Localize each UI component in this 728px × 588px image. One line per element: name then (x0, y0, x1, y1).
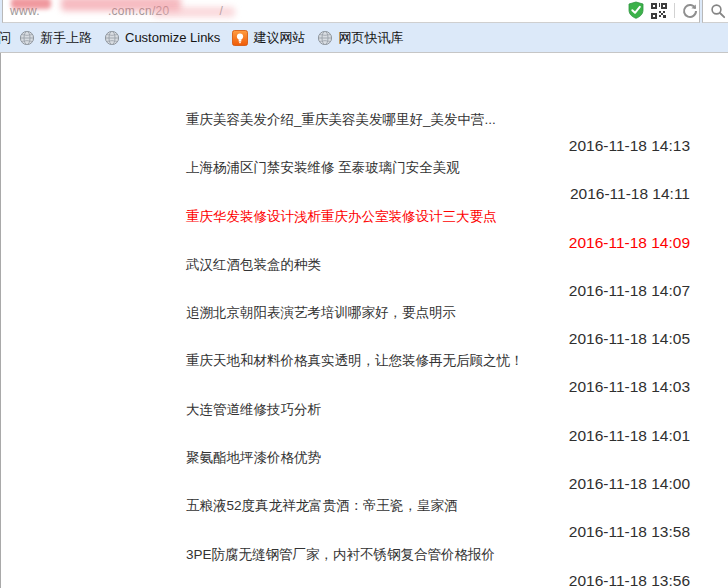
article-row: 上海杨浦区门禁安装维修 至泰玻璃门安全美观 2016-11-18 14:11 (186, 159, 690, 207)
article-timestamp: 2016-11-18 13:58 (569, 523, 690, 541)
article-row: 聚氨酯地坪漆价格优势 2016-11-18 14:00 (186, 449, 690, 497)
favorites-clipped-label[interactable]: 问 (0, 29, 11, 47)
favorite-label: Customize Links (125, 30, 220, 45)
article-title-link[interactable]: 大连管道维修技巧分析 (186, 401, 321, 419)
page-content: 重庆美容美发介绍_重庆美容美发哪里好_美发中营... 2016-11-18 14… (0, 53, 728, 588)
article-title-link[interactable]: 武汉红酒包装盒的种类 (186, 256, 321, 274)
article-list: 重庆美容美发介绍_重庆美容美发哪里好_美发中营... 2016-11-18 14… (186, 111, 690, 588)
article-row: 五粮液52度真龙祥龙富贵酒：帝王瓷，皇家酒 2016-11-18 13:58 (186, 497, 690, 545)
article-row: 重庆华发装修设计浅析重庆办公室装修设计三大要点 2016-11-18 14:09 (186, 208, 690, 256)
favorite-item-suggested-sites[interactable]: 建议网站 (232, 29, 305, 47)
article-row: 大连管道维修技巧分析 2016-11-18 14:01 (186, 401, 690, 449)
article-timestamp: 2016-11-18 14:00 (569, 475, 690, 493)
favorites-bar: 问 新手上路 Customize Links (0, 23, 728, 53)
article-title-link[interactable]: 聚氨酯地坪漆价格优势 (186, 449, 321, 467)
article-title-link[interactable]: 重庆天地和材料价格真实透明，让您装修再无后顾之忧！ (186, 352, 524, 370)
article-timestamp: 2016-11-18 13:56 (569, 572, 690, 588)
article-timestamp: 2016-11-18 14:07 (569, 282, 690, 300)
url-fragment: www. (10, 4, 40, 18)
url-fragment: .com.cn/20 (108, 4, 170, 18)
refresh-icon[interactable] (682, 3, 698, 19)
article-row: 追溯北京朝阳表演艺考培训哪家好，要点明示 2016-11-18 14:05 (186, 304, 690, 352)
url-fragment: / (220, 4, 224, 18)
qr-code-icon[interactable] (651, 3, 667, 19)
article-title-link[interactable]: 重庆美容美发介绍_重庆美容美发哪里好_美发中营... (186, 111, 496, 129)
article-title-link[interactable]: 上海杨浦区门禁安装维修 至泰玻璃门安全美观 (186, 159, 460, 177)
globe-icon (317, 30, 333, 46)
article-timestamp: 2016-11-18 14:03 (569, 378, 690, 396)
browser-window: { "browser": { "url": { "visible_prefix"… (0, 0, 728, 588)
address-bar-row: www. .com.cn/20 / (0, 0, 728, 23)
favorite-label: 新手上路 (40, 29, 92, 47)
favorite-label: 网页快讯库 (338, 29, 403, 47)
article-row: 重庆天地和材料价格真实透明，让您装修再无后顾之忧！ 2016-11-18 14:… (186, 352, 690, 400)
article-timestamp: 2016-11-18 14:13 (569, 137, 690, 155)
article-timestamp: 2016-11-18 14:11 (570, 185, 690, 203)
security-shield-check-icon[interactable] (627, 1, 645, 19)
article-timestamp: 2016-11-18 14:05 (569, 330, 690, 348)
article-title-link[interactable]: 重庆华发装修设计浅析重庆办公室装修设计三大要点 (186, 208, 497, 226)
article-timestamp: 2016-11-18 14:09 (569, 234, 690, 252)
article-title-link[interactable]: 追溯北京朝阳表演艺考培训哪家好，要点明示 (186, 304, 456, 322)
search-box[interactable] (702, 0, 728, 23)
favorite-item-xinshoushanglu[interactable]: 新手上路 (19, 29, 92, 47)
search-icon (710, 3, 726, 19)
favorite-item-customize-links[interactable]: Customize Links (104, 30, 220, 46)
article-title-link[interactable]: 五粮液52度真龙祥龙富贵酒：帝王瓷，皇家酒 (186, 497, 458, 515)
article-row: 武汉红酒包装盒的种类 2016-11-18 14:07 (186, 256, 690, 304)
url-bar[interactable]: www. .com.cn/20 / (2, 0, 700, 23)
suggested-sites-icon (232, 30, 248, 46)
globe-icon (104, 30, 120, 46)
favorite-item-web-slice-gallery[interactable]: 网页快讯库 (317, 29, 403, 47)
article-row: 3PE防腐无缝钢管厂家，内衬不锈钢复合管价格报价 2016-11-18 13:5… (186, 546, 690, 588)
toolbar-divider (674, 3, 675, 18)
article-row: 重庆美容美发介绍_重庆美容美发哪里好_美发中营... 2016-11-18 14… (186, 111, 690, 159)
article-title-link[interactable]: 3PE防腐无缝钢管厂家，内衬不锈钢复合管价格报价 (186, 546, 495, 564)
article-timestamp: 2016-11-18 14:01 (569, 427, 690, 445)
url-text: www. .com.cn/20 / (10, 4, 223, 18)
globe-icon (19, 30, 35, 46)
favorite-label: 建议网站 (253, 29, 305, 47)
